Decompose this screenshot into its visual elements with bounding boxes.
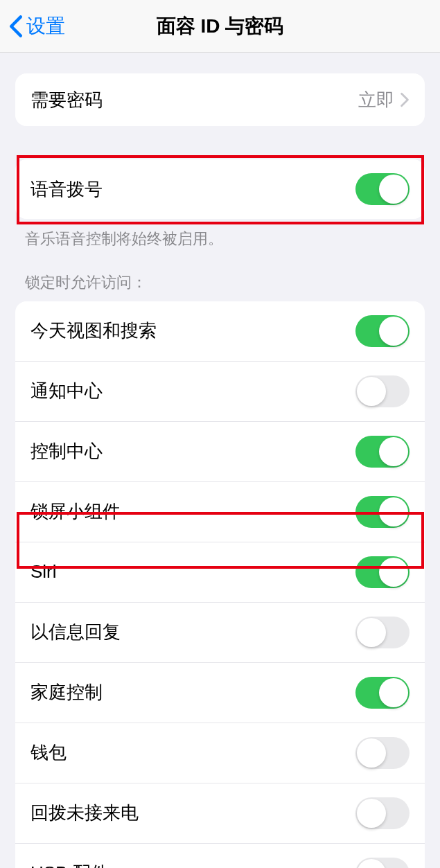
toggle-knob (379, 497, 408, 526)
lock-access-row: Siri (15, 542, 425, 602)
voice-dial-footer: 音乐语音控制将始终被启用。 (25, 229, 415, 250)
toggle-knob (357, 859, 386, 868)
lock-access-row: 控制中心 (15, 421, 425, 481)
lock-access-label: 回拨未接来电 (30, 801, 139, 825)
require-passcode-label: 需要密码 (30, 88, 103, 112)
lock-access-label: Siri (30, 561, 57, 583)
back-button[interactable]: 设置 (8, 13, 65, 39)
lock-access-header: 锁定时允许访问： (25, 272, 415, 293)
lock-access-toggle[interactable] (355, 797, 410, 829)
toggle-knob (357, 738, 386, 768)
lock-access-label: 家庭控制 (30, 680, 103, 705)
voice-dial-group: 语音拨号 (15, 159, 425, 219)
toggle-knob (379, 175, 408, 204)
voice-dial-toggle[interactable] (355, 173, 410, 205)
require-passcode-row[interactable]: 需要密码 立即 (15, 73, 425, 126)
lock-access-row: 锁屏小组件 (15, 481, 425, 542)
lock-access-toggle[interactable] (355, 677, 410, 709)
chevron-left-icon (8, 15, 24, 38)
lock-access-toggle[interactable] (355, 556, 410, 588)
toggle-knob (357, 799, 386, 828)
lock-access-row: USB 配件 (15, 843, 425, 868)
lock-access-label: 通知中心 (30, 379, 103, 403)
lock-access-row: 今天视图和搜索 (15, 301, 425, 361)
lock-access-row: 钱包 (15, 723, 425, 783)
lock-access-toggle[interactable] (355, 375, 410, 407)
lock-access-label: USB 配件 (30, 861, 109, 868)
toggle-knob (379, 678, 408, 707)
toggle-knob (379, 317, 408, 346)
lock-access-toggle[interactable] (355, 315, 410, 347)
lock-access-toggle[interactable] (355, 617, 410, 648)
toggle-knob (379, 558, 408, 587)
lock-access-label: 钱包 (30, 741, 67, 765)
lock-access-toggle[interactable] (355, 496, 410, 528)
lock-access-toggle[interactable] (355, 858, 410, 868)
require-passcode-value: 立即 (358, 88, 410, 112)
lock-access-row: 家庭控制 (15, 662, 425, 723)
lock-access-toggle[interactable] (355, 737, 410, 769)
page-title: 面容 ID 与密码 (0, 13, 440, 39)
voice-dial-label: 语音拨号 (30, 177, 103, 202)
require-passcode-value-text: 立即 (358, 88, 394, 112)
require-passcode-group: 需要密码 立即 (15, 73, 425, 126)
toggle-knob (379, 437, 408, 466)
toggle-knob (357, 377, 386, 406)
voice-dial-row: 语音拨号 (15, 159, 425, 219)
navbar: 设置 面容 ID 与密码 (0, 0, 440, 53)
back-label: 设置 (26, 13, 65, 39)
lock-access-row: 回拨未接来电 (15, 783, 425, 843)
lock-access-label: 以信息回复 (30, 620, 121, 644)
lock-access-label: 今天视图和搜索 (30, 319, 157, 343)
lock-access-row: 以信息回复 (15, 602, 425, 662)
lock-access-toggle[interactable] (355, 436, 410, 468)
lock-access-label: 控制中心 (30, 439, 103, 463)
lock-access-label: 锁屏小组件 (30, 499, 121, 524)
lock-access-group: 今天视图和搜索通知中心控制中心锁屏小组件Siri以信息回复家庭控制钱包回拨未接来… (15, 301, 425, 868)
toggle-knob (357, 618, 386, 647)
lock-access-row: 通知中心 (15, 361, 425, 421)
chevron-right-icon (400, 92, 410, 107)
